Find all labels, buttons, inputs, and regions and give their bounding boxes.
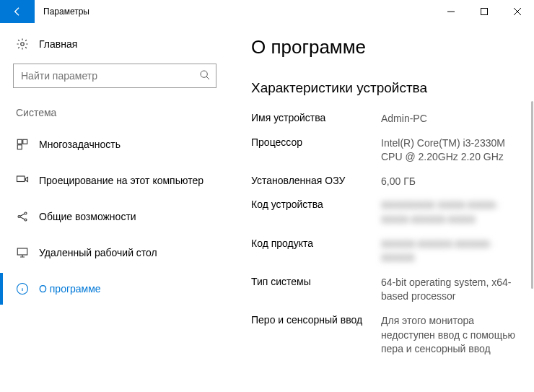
remote-icon [16,246,29,259]
spec-value: 6,00 ГБ [381,175,520,189]
search-icon [199,69,211,81]
spec-label: Код продукта [251,238,381,266]
svg-rect-0 [481,9,488,15]
info-icon [16,282,29,295]
spec-label: Имя устройства [251,112,381,126]
spec-label: Тип системы [251,276,381,304]
titlebar: Параметры [0,0,534,23]
svg-rect-3 [17,139,22,144]
spec-product-id: Код продукта XXXXX-XXXXX-XXXXX-XXXXX [251,238,520,266]
multitask-icon [16,138,29,151]
spec-value: Admin-PC [381,112,520,126]
svg-point-1 [21,43,25,46]
spec-value: Для этого монитора недоступен ввод с пом… [381,314,520,357]
shared-icon [16,210,29,223]
svg-rect-4 [23,139,27,144]
svg-point-7 [18,216,20,218]
svg-rect-10 [17,248,27,255]
sidebar: Главная Система Многозадачность Проециро… [0,23,231,392]
spec-device-name: Имя устройства Admin-PC [251,112,520,126]
maximize-icon [481,8,488,15]
section-title: Характеристики устройства [251,80,520,96]
sidebar-item-label: Удаленный рабочий стол [39,247,157,258]
svg-point-9 [25,219,27,221]
spec-value: Intel(R) Core(TM) i3-2330M CPU @ 2.20GHz… [381,136,520,165]
sidebar-item-remote[interactable]: Удаленный рабочий стол [13,237,216,269]
sidebar-item-label: Общие возможности [39,211,136,222]
spec-pen-touch: Перо и сенсорный ввод Для этого монитора… [251,314,520,357]
minimize-button[interactable] [434,0,468,23]
close-button[interactable] [501,0,534,23]
spec-label: Установленная ОЗУ [251,175,381,189]
maximize-button[interactable] [468,0,501,23]
spec-system-type: Тип системы 64-bit operating system, x64… [251,276,520,304]
project-icon [16,174,29,187]
sidebar-home[interactable]: Главная [13,38,216,51]
spec-label: Перо и сенсорный ввод [251,314,381,357]
spec-ram: Установленная ОЗУ 6,00 ГБ [251,175,520,189]
sidebar-item-multitasking[interactable]: Многозадачность [13,129,216,160]
back-button[interactable] [0,0,35,23]
svg-rect-6 [17,176,25,182]
minimize-icon [447,8,455,15]
svg-point-8 [25,212,27,214]
spec-label: Код устройства [251,199,381,227]
arrow-left-icon [12,6,23,17]
spec-device-id: Код устройства XXXXXXXX XXXX-XXXX-XXXX-X… [251,199,520,227]
scrollbar[interactable] [531,101,533,289]
sidebar-item-about[interactable]: О программе [13,273,216,305]
search-box [13,64,216,88]
sidebar-item-label: Многозадачность [39,139,121,150]
sidebar-item-projecting[interactable]: Проецирование на этот компьютер [13,165,216,196]
window-title: Параметры [43,6,89,17]
gear-icon [16,38,29,51]
spec-processor: Процессор Intel(R) Core(TM) i3-2330M CPU… [251,136,520,165]
sidebar-item-shared[interactable]: Общие возможности [13,201,216,232]
nav-list: Многозадачность Проецирование на этот ко… [13,129,216,305]
svg-point-2 [201,71,207,77]
sidebar-category: Система [13,107,216,118]
content: О программе Характеристики устройства Им… [231,23,534,392]
spec-value: XXXXX-XXXXX-XXXXX-XXXXX [381,238,520,266]
spec-value: XXXXXXXX XXXX-XXXX-XXXX-XXXXX-XXXX [381,199,520,227]
close-icon [514,8,521,15]
window-controls [434,0,534,23]
page-title: О программе [251,36,520,58]
spec-value: 64-bit operating system, x64-based proce… [381,276,520,304]
sidebar-item-label: О программе [39,283,101,295]
svg-rect-5 [17,145,22,149]
sidebar-home-label: Главная [39,38,77,50]
search-input[interactable] [13,64,216,88]
sidebar-item-label: Проецирование на этот компьютер [39,175,203,186]
spec-label: Процессор [251,136,381,165]
